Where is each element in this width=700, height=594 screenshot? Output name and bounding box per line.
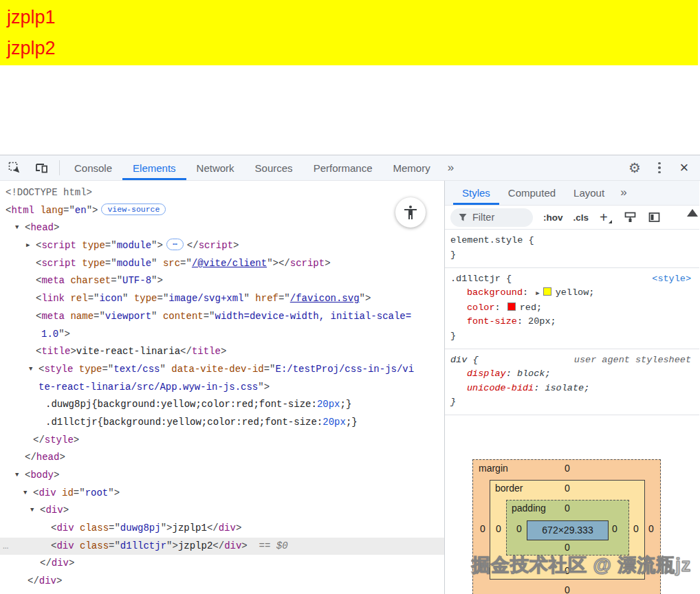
code-line[interactable]: display: block;: [450, 367, 694, 382]
computed-panel-toggle-icon[interactable]: [648, 212, 660, 223]
rule-source-link[interactable]: <style>: [652, 272, 691, 287]
tab-memory[interactable]: Memory: [383, 155, 441, 180]
token: ">: [108, 487, 120, 498]
code-line[interactable]: .duwg8pj{background:yellow;color:red;fon…: [0, 396, 444, 414]
code-line[interactable]: <link rel="icon" type="image/svg+xml" hr…: [0, 290, 444, 308]
expand-arrow-icon[interactable]: ▶: [26, 237, 36, 255]
code-line[interactable]: </head>: [0, 449, 444, 467]
tab-console[interactable]: Console: [64, 155, 122, 180]
settings-gear-icon[interactable]: ⚙: [626, 159, 644, 177]
token: </: [40, 558, 52, 569]
code-line[interactable]: <meta name="viewport" content="width=dev…: [0, 308, 444, 326]
resource-link[interactable]: /favicon.svg: [290, 293, 360, 304]
code-line[interactable]: ▼<head>: [0, 219, 444, 237]
code-line[interactable]: }: [450, 395, 694, 410]
code-line[interactable]: font-size: 20px;: [450, 315, 694, 329]
padding-right-value[interactable]: 0: [607, 523, 622, 534]
code-line[interactable]: ▼<style type="text/css" data-vite-dev-id…: [0, 361, 444, 379]
color-swatch[interactable]: [507, 302, 516, 311]
border-left-value[interactable]: 0: [491, 523, 506, 534]
margin-right-value[interactable]: 0: [644, 523, 659, 534]
tab-sources[interactable]: Sources: [245, 155, 303, 180]
collapse-arrow-icon[interactable]: ▼: [23, 485, 33, 503]
view-source-badge[interactable]: view-source: [101, 204, 166, 215]
rule-d1llctjr[interactable]: .d1llctjr {<style>background: ▶yellow;co…: [445, 268, 699, 349]
code-line[interactable]: .d1llctjr {<style>: [450, 272, 694, 287]
padding-left-value[interactable]: 0: [512, 523, 527, 534]
token: module: [117, 240, 151, 251]
token: >: [221, 346, 226, 357]
collapse-arrow-icon[interactable]: ▼: [15, 467, 25, 485]
code-line[interactable]: }: [450, 329, 694, 344]
token: background: [467, 287, 523, 298]
rendering-emulation-icon[interactable]: [624, 212, 636, 223]
token: [74, 540, 80, 551]
code-line[interactable]: div {user agent stylesheet: [450, 353, 694, 368]
margin-bottom-value[interactable]: 0: [560, 584, 575, 594]
code-line[interactable]: ▶<script type="module">⋯</script>: [0, 237, 444, 255]
code-line[interactable]: color: red;: [450, 301, 694, 316]
resource-link[interactable]: /@vite/client: [192, 258, 267, 269]
code-line[interactable]: ▼<div>: [0, 502, 444, 520]
code-line[interactable]: <div class="duwg8pj">jzplp1</div>: [0, 520, 444, 538]
rule-element-style[interactable]: element.style {}: [445, 230, 699, 267]
code-line[interactable]: </style>: [0, 432, 444, 450]
code-line[interactable]: .d1llctjr{background:yellow;color:red;fo…: [0, 414, 444, 432]
token: type: [134, 293, 157, 304]
tab-computed[interactable]: Computed: [499, 181, 565, 205]
tab-network[interactable]: Network: [186, 155, 245, 180]
token: element.style {: [450, 235, 534, 245]
scrollbar-up-arrow[interactable]: [687, 209, 698, 217]
code-line[interactable]: te-react-linaria/src/App.wyw-in-js.css">: [0, 379, 444, 397]
toggle-hover-state-button[interactable]: :hov: [543, 212, 563, 223]
color-swatch[interactable]: [543, 287, 551, 296]
code-line[interactable]: ▼<div id="root">: [0, 485, 444, 503]
code-line[interactable]: </div>: [0, 555, 444, 573]
border-top-value[interactable]: 0: [560, 483, 575, 494]
inline-script-ellipsis-badge[interactable]: ⋯: [166, 239, 184, 250]
padding-top-value[interactable]: 0: [560, 503, 575, 514]
tab-performance[interactable]: Performance: [303, 155, 383, 180]
code-line[interactable]: 1.0">: [0, 326, 444, 344]
token: [73, 364, 78, 375]
styles-filter-input[interactable]: Filter: [450, 208, 533, 227]
inspect-element-icon[interactable]: [6, 159, 23, 177]
code-line[interactable]: }: [450, 248, 694, 263]
new-style-rule-button[interactable]: +: [600, 211, 612, 223]
code-line[interactable]: unicode-bidi: isolate;: [450, 382, 694, 396]
code-line[interactable]: <!DOCTYPE html>: [0, 184, 444, 202]
token: .duwg8pj{background:yellow;color:red;fon…: [45, 399, 317, 410]
more-actions-icon[interactable]: …: [3, 538, 9, 556]
sidebar-more-tabs-icon[interactable]: »: [613, 181, 633, 205]
tab-styles[interactable]: Styles: [453, 181, 499, 205]
border-right-value[interactable]: 0: [628, 523, 644, 534]
elements-tree-panel[interactable]: <!DOCTYPE html><html lang="en">view-sour…: [0, 181, 445, 594]
padding-bottom-value[interactable]: 0: [560, 542, 575, 553]
toggle-class-button[interactable]: .cls: [573, 212, 589, 223]
token: >: [70, 346, 76, 357]
margin-left-value[interactable]: 0: [475, 523, 490, 534]
tab-layout[interactable]: Layout: [565, 181, 613, 205]
accessibility-overlay-button[interactable]: [395, 197, 426, 228]
code-line[interactable]: <html lang="en">view-source: [0, 202, 444, 220]
code-line[interactable]: background: ▶yellow;: [450, 286, 694, 301]
customize-menu-icon[interactable]: [650, 159, 668, 177]
filter-placeholder: Filter: [472, 212, 494, 223]
token: icon: [99, 293, 122, 304]
collapse-arrow-icon[interactable]: ▼: [15, 219, 25, 237]
tree-line-selected[interactable]: …<div class="d1llctjr">jzplp2</div> == $…: [0, 538, 444, 556]
collapse-arrow-icon[interactable]: ▼: [29, 361, 39, 379]
margin-top-value[interactable]: 0: [560, 463, 575, 474]
more-tabs-icon[interactable]: »: [441, 155, 461, 180]
code-line[interactable]: <meta charset="UTF-8">: [0, 272, 444, 290]
tab-elements[interactable]: Elements: [122, 155, 186, 180]
code-line[interactable]: element.style {: [450, 234, 694, 248]
device-toolbar-icon[interactable]: [33, 159, 51, 177]
code-line[interactable]: </div>: [0, 573, 444, 591]
close-devtools-icon[interactable]: ×: [675, 159, 693, 177]
code-line[interactable]: ▼<body>: [0, 467, 444, 485]
box-model-content-box[interactable]: 672×29.333: [527, 520, 609, 540]
code-line[interactable]: <script type="module" src="/@vite/client…: [0, 255, 444, 273]
code-line[interactable]: <title>vite-react-linaria</title>: [0, 343, 444, 361]
collapse-arrow-icon[interactable]: ▼: [30, 502, 40, 520]
